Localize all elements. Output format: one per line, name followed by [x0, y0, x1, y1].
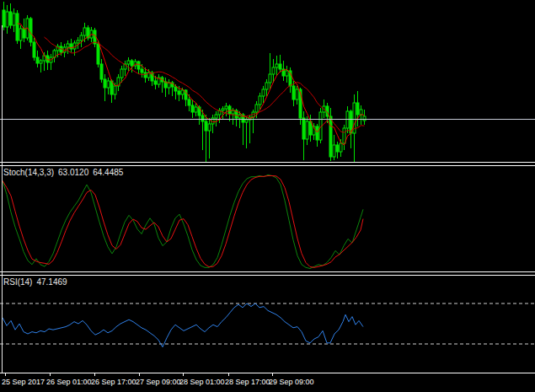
chart-window: Stoch(14,3,3)63.012064.4485 RSI(14)47.14… — [0, 0, 535, 392]
time-axis-label: 26 Sep 01:00 — [46, 378, 92, 386]
rsi-name: RSI(14) — [3, 277, 32, 287]
time-axis-tick — [183, 373, 184, 376]
time-axis-tick — [228, 373, 229, 376]
stoch-indicator-label: Stoch(14,3,3)63.012064.4485 — [3, 168, 127, 177]
time-axis-label: 28 Sep 01:00 — [179, 378, 225, 386]
time-axis[interactable]: 25 Sep 201726 Sep 01:0026 Sep 17:0027 Se… — [0, 373, 535, 392]
chart-left-border — [2, 25, 3, 373]
price-panel[interactable] — [0, 0, 535, 162]
rsi-value: 47.1469 — [36, 277, 67, 287]
time-axis-label: 29 Sep 09:00 — [269, 378, 314, 386]
time-axis-tick — [139, 373, 140, 376]
time-axis-tick — [5, 373, 6, 376]
time-axis-label: 28 Sep 17:00 — [225, 378, 270, 386]
stoch-panel-svg[interactable] — [0, 166, 535, 271]
rsi-panel[interactable]: RSI(14)47.1469 — [0, 276, 535, 373]
time-axis-tick — [272, 373, 273, 376]
stoch-signal-value: 64.4485 — [93, 168, 123, 177]
time-axis-tick — [50, 373, 51, 376]
stoch-name: Stoch(14,3,3) — [3, 168, 54, 177]
time-axis-label: 26 Sep 17:00 — [91, 378, 136, 386]
time-axis-tick — [94, 373, 95, 376]
time-axis-label: 27 Sep 09:00 — [136, 378, 181, 386]
time-axis-label: 25 Sep 2017 — [2, 378, 45, 386]
stoch-main-value: 63.0120 — [58, 168, 88, 177]
stoch-panel[interactable]: Stoch(14,3,3)63.012064.4485 — [0, 166, 535, 271]
price-panel-svg[interactable] — [0, 0, 535, 162]
rsi-panel-svg[interactable] — [0, 276, 535, 373]
rsi-indicator-label: RSI(14)47.1469 — [3, 277, 72, 287]
